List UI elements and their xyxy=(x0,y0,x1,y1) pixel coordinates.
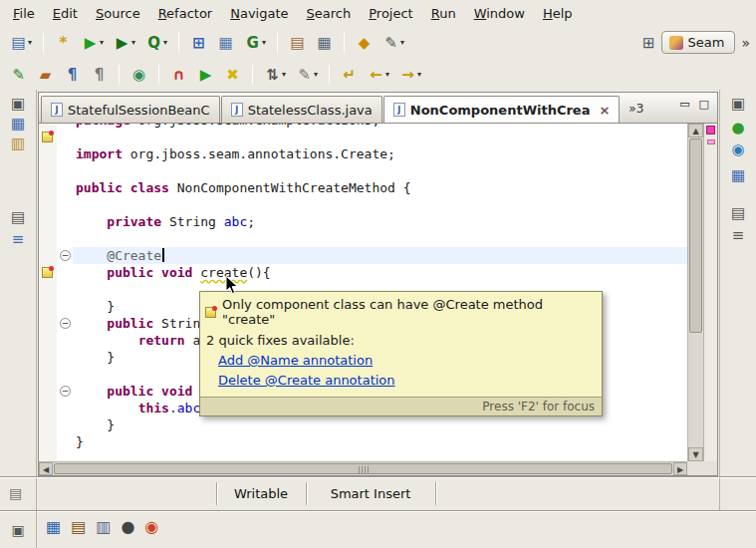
restore-view-icon[interactable]: ▣ xyxy=(11,96,25,112)
dropdown-arrow-icon[interactable]: ▾ xyxy=(282,70,286,79)
horizontal-scrollbar[interactable]: ◀ ▶ xyxy=(39,461,687,475)
grid-view-icon[interactable]: ▦ xyxy=(46,519,61,535)
console-view-icon[interactable]: ◉ xyxy=(144,519,158,535)
code-line[interactable]: } xyxy=(39,416,687,433)
open-perspective-icon[interactable]: ⊞ xyxy=(642,34,655,52)
outline-alt-view-icon[interactable]: ▤ xyxy=(731,205,745,221)
menu-help[interactable]: Help xyxy=(534,2,582,25)
seam-perspective-button[interactable]: Seam xyxy=(661,31,736,54)
sparkle-tool-button[interactable]: * xyxy=(51,32,76,54)
run-button[interactable]: ▶▾ xyxy=(78,32,108,54)
dropdown-arrow-icon[interactable]: ▾ xyxy=(262,38,266,47)
new-project-button[interactable]: ⊞ xyxy=(186,32,211,54)
code-line[interactable]: − @Create xyxy=(39,247,687,264)
component-view-icon[interactable]: ● xyxy=(731,120,744,136)
menu-window[interactable]: Window xyxy=(465,2,534,25)
editor-tab[interactable]: JStatelessClass.java xyxy=(221,96,382,123)
code-line[interactable]: private String abc; xyxy=(39,213,687,230)
code-line-text[interactable]: public class NonComponentWithCreateMetho… xyxy=(73,179,687,196)
palette-view-icon[interactable]: ◉ xyxy=(731,141,744,157)
code-line-text[interactable] xyxy=(73,129,687,145)
code-line-text[interactable]: } xyxy=(73,433,687,450)
quickfix-marker-icon[interactable] xyxy=(42,267,53,278)
package-explorer-icon[interactable]: ▦ xyxy=(11,116,25,132)
properties-view-icon[interactable]: ≡ xyxy=(732,227,745,243)
tab-overflow-chevron[interactable]: »3 xyxy=(629,102,643,116)
outline-view-icon[interactable]: ▤ xyxy=(11,209,25,225)
code-line[interactable] xyxy=(39,196,687,213)
maximize-button[interactable]: □ xyxy=(699,98,709,111)
back-button[interactable]: ←▾ xyxy=(364,64,393,86)
show-whitespace-button[interactable]: ¶ xyxy=(60,64,85,86)
table-button[interactable]: ▦ xyxy=(312,32,337,54)
code-line[interactable] xyxy=(39,230,687,247)
ant-view-icon[interactable]: ● xyxy=(121,519,134,535)
menu-navigate[interactable]: Navigate xyxy=(221,2,297,25)
minimize-button[interactable]: ▭ xyxy=(679,98,689,111)
grid-view-icon[interactable]: ▦ xyxy=(731,167,745,183)
list-view-icon[interactable]: ≡ xyxy=(12,231,25,247)
code-line-text[interactable]: import org.jboss.seam.annotations.Create… xyxy=(73,145,687,162)
tab-close-icon[interactable]: × xyxy=(599,103,610,118)
last-edit-location-button[interactable]: ↵ xyxy=(337,64,362,86)
dropdown-arrow-icon[interactable]: ▾ xyxy=(100,38,104,47)
forward-button[interactable]: →▾ xyxy=(395,64,425,86)
brush-button[interactable]: ▰ xyxy=(33,64,58,86)
fold-collapse-icon[interactable]: − xyxy=(60,386,71,397)
scroll-up-icon[interactable]: ▲ xyxy=(688,124,703,137)
run-small-button[interactable]: ▶ xyxy=(193,64,218,86)
dropdown-arrow-icon[interactable]: ▾ xyxy=(417,70,421,79)
quickfix-link[interactable]: Delete @Create annotation xyxy=(218,373,395,388)
external-tools-button[interactable]: ▶▾ xyxy=(110,32,139,54)
clipboard-view-icon[interactable]: ▥ xyxy=(96,519,111,535)
code-line[interactable] xyxy=(39,129,687,145)
dropdown-arrow-icon[interactable]: ▾ xyxy=(163,38,167,47)
dropdown-arrow-icon[interactable]: ▾ xyxy=(28,38,32,47)
mark-occurrences-button[interactable]: ✎▾ xyxy=(292,64,322,86)
scroll-down-icon[interactable]: ▼ xyxy=(688,447,703,461)
fold-collapse-icon[interactable]: − xyxy=(60,318,71,329)
dropdown-arrow-icon[interactable]: ▾ xyxy=(131,38,135,47)
scroll-left-icon[interactable]: ◀ xyxy=(39,462,53,475)
quickfix-marker-icon[interactable] xyxy=(42,132,53,142)
code-line-text[interactable] xyxy=(73,230,687,247)
code-line[interactable]: import org.jboss.seam.annotations.Create… xyxy=(39,145,687,162)
dropdown-arrow-icon[interactable]: ▾ xyxy=(400,38,404,47)
menu-project[interactable]: Project xyxy=(360,2,422,25)
editor-tab[interactable]: JStatefulSessionBeanC xyxy=(41,96,220,123)
menu-run[interactable]: Run xyxy=(422,2,465,25)
dropdown-arrow-icon[interactable]: ▾ xyxy=(385,70,389,79)
folder-view-icon[interactable]: ▥ xyxy=(11,136,25,151)
overview-warning-marker[interactable] xyxy=(707,139,715,144)
fold-collapse-icon[interactable]: − xyxy=(60,250,71,261)
overview-ruler[interactable] xyxy=(703,124,717,461)
search-button[interactable]: ◆ xyxy=(352,32,377,54)
code-line-text[interactable]: @Create xyxy=(73,247,687,264)
horizontal-scroll-thumb[interactable] xyxy=(54,463,672,474)
web-browser-button[interactable]: ◉ xyxy=(126,64,151,86)
editor-tab-active[interactable]: JNonComponentWithCrea× xyxy=(383,96,621,123)
dropdown-arrow-icon[interactable]: ▾ xyxy=(314,70,318,79)
menu-edit[interactable]: Edit xyxy=(44,2,87,25)
jar-button[interactable]: ▤ xyxy=(285,32,310,54)
code-line-text[interactable]: private String abc; xyxy=(73,213,687,230)
new-class-button[interactable]: G▾ xyxy=(240,32,270,54)
coverage-button[interactable]: Q▾ xyxy=(141,32,171,54)
javadoc-view-icon[interactable]: ▤ xyxy=(71,519,86,535)
record-arc-button[interactable]: ∩ xyxy=(166,64,191,86)
pen-button[interactable]: ✎ xyxy=(6,64,31,86)
code-line-text[interactable]: } xyxy=(73,416,687,433)
annotation-pencil-button[interactable]: ✎▾ xyxy=(378,32,408,54)
show-whitespace-alt-button[interactable]: ¶ xyxy=(87,64,112,86)
code-line-text[interactable]: public void create(){ xyxy=(73,264,687,281)
code-line[interactable]: } xyxy=(39,433,687,450)
vertical-scroll-thumb[interactable] xyxy=(689,138,702,333)
new-wizard-button[interactable]: ▤▾ xyxy=(6,32,36,54)
code-line[interactable] xyxy=(39,162,687,179)
code-line-text[interactable] xyxy=(73,196,687,213)
new-grid-button[interactable]: ▦ xyxy=(213,32,238,54)
menu-file[interactable]: File xyxy=(4,2,44,25)
sort-button[interactable]: ⇅▾ xyxy=(260,64,290,86)
menu-source[interactable]: Source xyxy=(87,2,149,25)
code-line-text[interactable] xyxy=(73,162,687,179)
